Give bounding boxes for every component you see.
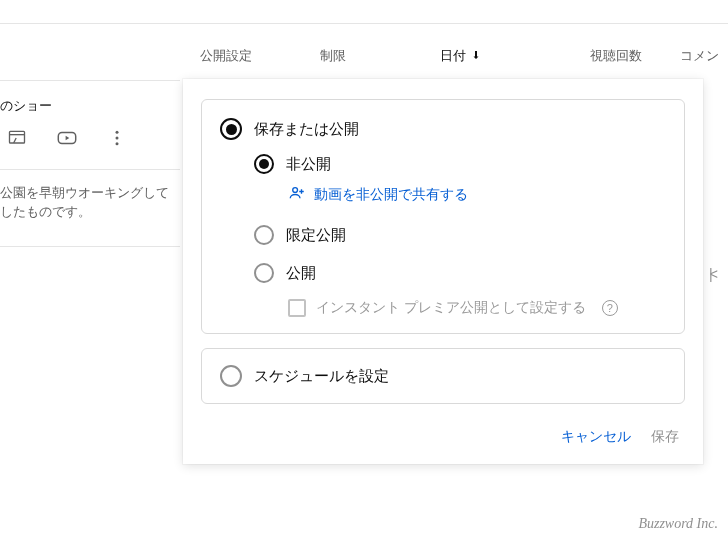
svg-point-2 (116, 131, 119, 134)
public-label: 公開 (286, 264, 316, 283)
schedule-card[interactable]: スケジュールを設定 (201, 348, 685, 404)
unlisted-label: 限定公開 (286, 226, 346, 245)
radio-unselected-icon (254, 225, 274, 245)
unlisted-radio[interactable]: 限定公開 (254, 225, 666, 245)
private-label: 非公開 (286, 155, 331, 174)
svg-point-5 (293, 188, 298, 193)
sort-down-arrow-icon (470, 49, 482, 64)
column-header-visibility[interactable]: 公開設定 (200, 47, 320, 65)
instant-premiere-checkbox-row: インスタント プレミア公開として設定する ? (288, 299, 666, 317)
analytics-icon[interactable] (6, 127, 28, 149)
video-title: のショー (0, 81, 180, 127)
column-header-date-label: 日付 (440, 47, 466, 65)
person-add-icon (288, 184, 306, 205)
radio-unselected-icon (220, 365, 242, 387)
svg-rect-0 (10, 131, 25, 143)
public-radio[interactable]: 公開 (254, 263, 666, 283)
more-options-icon[interactable] (106, 127, 128, 149)
save-or-publish-card: 保存または公開 非公開 動画を非公開で共有する 限定公開 (201, 99, 685, 334)
youtube-play-icon[interactable] (56, 127, 78, 149)
video-row-partial: のショー 公園を早朝ウオーキングして したものです。 (0, 80, 180, 247)
radio-unselected-icon (254, 263, 274, 283)
help-icon[interactable]: ? (602, 300, 618, 316)
share-private-link[interactable]: 動画を非公開で共有する (288, 184, 666, 205)
watermark: Buzzword Inc. (638, 516, 718, 532)
checkbox-unchecked-icon (288, 299, 306, 317)
schedule-label: スケジュールを設定 (254, 367, 389, 386)
visibility-popover: 保存または公開 非公開 動画を非公開で共有する 限定公開 (183, 79, 703, 464)
save-or-publish-label: 保存または公開 (254, 120, 359, 139)
radio-selected-icon (254, 154, 274, 174)
video-description: 公園を早朝ウオーキングして したものです。 (0, 170, 180, 222)
save-button[interactable]: 保存 (651, 428, 679, 446)
column-header-comments[interactable]: コメン (680, 47, 719, 65)
cancel-button[interactable]: キャンセル (561, 428, 631, 446)
column-header-views[interactable]: 視聴回数 (590, 47, 680, 65)
first-page-icon[interactable]: |< (702, 262, 722, 286)
radio-selected-icon (220, 118, 242, 140)
svg-point-3 (116, 137, 119, 140)
svg-point-4 (116, 142, 119, 145)
column-header-restriction[interactable]: 制限 (320, 47, 440, 65)
popover-actions: キャンセル 保存 (201, 418, 685, 450)
instant-premiere-label: インスタント プレミア公開として設定する (316, 299, 586, 317)
table-column-headers: 公開設定 制限 日付 視聴回数 コメン (0, 40, 728, 72)
save-or-publish-radio[interactable]: 保存または公開 (220, 118, 666, 140)
schedule-radio[interactable]: スケジュールを設定 (220, 365, 666, 387)
column-header-date[interactable]: 日付 (440, 47, 590, 65)
share-private-label: 動画を非公開で共有する (314, 186, 468, 204)
top-divider (0, 0, 728, 24)
private-radio[interactable]: 非公開 (254, 154, 666, 174)
